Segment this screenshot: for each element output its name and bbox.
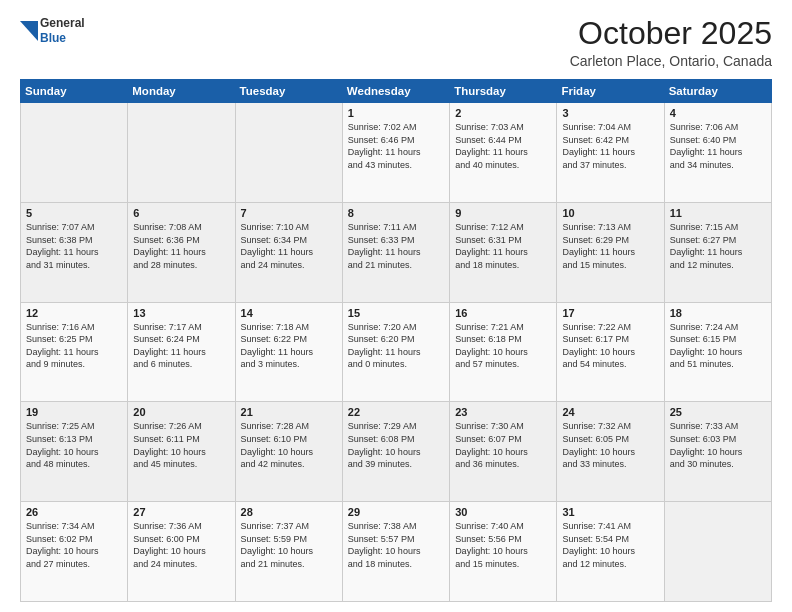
day-number: 25 [670, 406, 766, 418]
calendar-cell: 14Sunrise: 7:18 AM Sunset: 6:22 PM Dayli… [235, 302, 342, 402]
calendar-cell: 16Sunrise: 7:21 AM Sunset: 6:18 PM Dayli… [450, 302, 557, 402]
day-number: 16 [455, 307, 551, 319]
calendar-cell: 30Sunrise: 7:40 AM Sunset: 5:56 PM Dayli… [450, 502, 557, 602]
day-number: 22 [348, 406, 444, 418]
day-number: 26 [26, 506, 122, 518]
calendar-cell: 11Sunrise: 7:15 AM Sunset: 6:27 PM Dayli… [664, 202, 771, 302]
day-number: 21 [241, 406, 337, 418]
calendar-header: SundayMondayTuesdayWednesdayThursdayFrid… [21, 80, 772, 103]
day-info: Sunrise: 7:33 AM Sunset: 6:03 PM Dayligh… [670, 420, 766, 470]
weekday-header-saturday: Saturday [664, 80, 771, 103]
calendar-cell: 28Sunrise: 7:37 AM Sunset: 5:59 PM Dayli… [235, 502, 342, 602]
title-block: October 2025 Carleton Place, Ontario, Ca… [570, 16, 772, 69]
day-number: 7 [241, 207, 337, 219]
day-info: Sunrise: 7:30 AM Sunset: 6:07 PM Dayligh… [455, 420, 551, 470]
weekday-header-wednesday: Wednesday [342, 80, 449, 103]
day-number: 12 [26, 307, 122, 319]
day-info: Sunrise: 7:38 AM Sunset: 5:57 PM Dayligh… [348, 520, 444, 570]
calendar-cell: 9Sunrise: 7:12 AM Sunset: 6:31 PM Daylig… [450, 202, 557, 302]
calendar-table: SundayMondayTuesdayWednesdayThursdayFrid… [20, 79, 772, 602]
day-info: Sunrise: 7:24 AM Sunset: 6:15 PM Dayligh… [670, 321, 766, 371]
day-info: Sunrise: 7:36 AM Sunset: 6:00 PM Dayligh… [133, 520, 229, 570]
calendar-cell: 17Sunrise: 7:22 AM Sunset: 6:17 PM Dayli… [557, 302, 664, 402]
day-info: Sunrise: 7:40 AM Sunset: 5:56 PM Dayligh… [455, 520, 551, 570]
day-info: Sunrise: 7:07 AM Sunset: 6:38 PM Dayligh… [26, 221, 122, 271]
day-number: 23 [455, 406, 551, 418]
weekday-header-sunday: Sunday [21, 80, 128, 103]
calendar-cell: 24Sunrise: 7:32 AM Sunset: 6:05 PM Dayli… [557, 402, 664, 502]
day-number: 28 [241, 506, 337, 518]
day-info: Sunrise: 7:20 AM Sunset: 6:20 PM Dayligh… [348, 321, 444, 371]
calendar-week-row: 19Sunrise: 7:25 AM Sunset: 6:13 PM Dayli… [21, 402, 772, 502]
day-number: 1 [348, 107, 444, 119]
calendar-cell [128, 103, 235, 203]
calendar-cell [21, 103, 128, 203]
day-number: 11 [670, 207, 766, 219]
calendar-cell: 3Sunrise: 7:04 AM Sunset: 6:42 PM Daylig… [557, 103, 664, 203]
day-number: 10 [562, 207, 658, 219]
calendar-cell: 7Sunrise: 7:10 AM Sunset: 6:34 PM Daylig… [235, 202, 342, 302]
day-number: 31 [562, 506, 658, 518]
day-number: 9 [455, 207, 551, 219]
day-info: Sunrise: 7:32 AM Sunset: 6:05 PM Dayligh… [562, 420, 658, 470]
calendar-cell: 10Sunrise: 7:13 AM Sunset: 6:29 PM Dayli… [557, 202, 664, 302]
day-number: 30 [455, 506, 551, 518]
calendar-cell: 1Sunrise: 7:02 AM Sunset: 6:46 PM Daylig… [342, 103, 449, 203]
calendar-cell: 8Sunrise: 7:11 AM Sunset: 6:33 PM Daylig… [342, 202, 449, 302]
day-number: 29 [348, 506, 444, 518]
weekday-header-row: SundayMondayTuesdayWednesdayThursdayFrid… [21, 80, 772, 103]
page: General Blue October 2025 Carleton Place… [0, 0, 792, 612]
day-info: Sunrise: 7:04 AM Sunset: 6:42 PM Dayligh… [562, 121, 658, 171]
weekday-header-monday: Monday [128, 80, 235, 103]
calendar-week-row: 1Sunrise: 7:02 AM Sunset: 6:46 PM Daylig… [21, 103, 772, 203]
day-info: Sunrise: 7:08 AM Sunset: 6:36 PM Dayligh… [133, 221, 229, 271]
day-info: Sunrise: 7:26 AM Sunset: 6:11 PM Dayligh… [133, 420, 229, 470]
day-info: Sunrise: 7:29 AM Sunset: 6:08 PM Dayligh… [348, 420, 444, 470]
calendar-cell: 27Sunrise: 7:36 AM Sunset: 6:00 PM Dayli… [128, 502, 235, 602]
day-number: 18 [670, 307, 766, 319]
calendar-week-row: 12Sunrise: 7:16 AM Sunset: 6:25 PM Dayli… [21, 302, 772, 402]
day-number: 6 [133, 207, 229, 219]
day-number: 24 [562, 406, 658, 418]
day-info: Sunrise: 7:10 AM Sunset: 6:34 PM Dayligh… [241, 221, 337, 271]
day-number: 2 [455, 107, 551, 119]
main-title: October 2025 [570, 16, 772, 51]
day-number: 20 [133, 406, 229, 418]
calendar-cell: 18Sunrise: 7:24 AM Sunset: 6:15 PM Dayli… [664, 302, 771, 402]
weekday-header-friday: Friday [557, 80, 664, 103]
day-info: Sunrise: 7:25 AM Sunset: 6:13 PM Dayligh… [26, 420, 122, 470]
calendar-cell: 31Sunrise: 7:41 AM Sunset: 5:54 PM Dayli… [557, 502, 664, 602]
calendar-cell: 5Sunrise: 7:07 AM Sunset: 6:38 PM Daylig… [21, 202, 128, 302]
day-number: 8 [348, 207, 444, 219]
day-info: Sunrise: 7:03 AM Sunset: 6:44 PM Dayligh… [455, 121, 551, 171]
day-number: 14 [241, 307, 337, 319]
calendar-cell: 25Sunrise: 7:33 AM Sunset: 6:03 PM Dayli… [664, 402, 771, 502]
svg-marker-0 [20, 21, 38, 41]
calendar-cell: 2Sunrise: 7:03 AM Sunset: 6:44 PM Daylig… [450, 103, 557, 203]
calendar-cell: 4Sunrise: 7:06 AM Sunset: 6:40 PM Daylig… [664, 103, 771, 203]
calendar-cell: 15Sunrise: 7:20 AM Sunset: 6:20 PM Dayli… [342, 302, 449, 402]
logo: General Blue [20, 16, 85, 46]
day-info: Sunrise: 7:06 AM Sunset: 6:40 PM Dayligh… [670, 121, 766, 171]
day-info: Sunrise: 7:11 AM Sunset: 6:33 PM Dayligh… [348, 221, 444, 271]
calendar-cell: 21Sunrise: 7:28 AM Sunset: 6:10 PM Dayli… [235, 402, 342, 502]
logo-triangle-icon [20, 21, 38, 41]
day-number: 17 [562, 307, 658, 319]
day-info: Sunrise: 7:21 AM Sunset: 6:18 PM Dayligh… [455, 321, 551, 371]
day-info: Sunrise: 7:16 AM Sunset: 6:25 PM Dayligh… [26, 321, 122, 371]
day-number: 19 [26, 406, 122, 418]
day-info: Sunrise: 7:15 AM Sunset: 6:27 PM Dayligh… [670, 221, 766, 271]
day-number: 4 [670, 107, 766, 119]
day-number: 27 [133, 506, 229, 518]
subtitle: Carleton Place, Ontario, Canada [570, 53, 772, 69]
day-info: Sunrise: 7:18 AM Sunset: 6:22 PM Dayligh… [241, 321, 337, 371]
day-number: 5 [26, 207, 122, 219]
calendar-cell: 22Sunrise: 7:29 AM Sunset: 6:08 PM Dayli… [342, 402, 449, 502]
day-info: Sunrise: 7:22 AM Sunset: 6:17 PM Dayligh… [562, 321, 658, 371]
calendar-cell: 12Sunrise: 7:16 AM Sunset: 6:25 PM Dayli… [21, 302, 128, 402]
day-info: Sunrise: 7:17 AM Sunset: 6:24 PM Dayligh… [133, 321, 229, 371]
calendar-cell: 29Sunrise: 7:38 AM Sunset: 5:57 PM Dayli… [342, 502, 449, 602]
day-info: Sunrise: 7:41 AM Sunset: 5:54 PM Dayligh… [562, 520, 658, 570]
calendar-cell [664, 502, 771, 602]
day-info: Sunrise: 7:12 AM Sunset: 6:31 PM Dayligh… [455, 221, 551, 271]
